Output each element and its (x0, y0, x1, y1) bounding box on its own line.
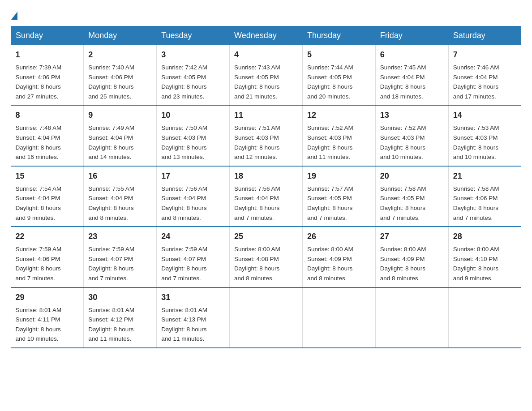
day-info: Sunrise: 7:52 AMSunset: 4:03 PMDaylight:… (307, 124, 353, 160)
day-number: 22 (16, 231, 79, 243)
calendar-day-cell: 20 Sunrise: 7:58 AMSunset: 4:05 PMDaylig… (375, 166, 448, 227)
calendar-day-cell: 24 Sunrise: 7:59 AMSunset: 4:07 PMDaylig… (157, 227, 230, 287)
day-number: 13 (380, 109, 444, 121)
calendar-header: SundayMondayTuesdayWednesdayThursdayFrid… (11, 26, 521, 45)
day-info: Sunrise: 7:58 AMSunset: 4:05 PMDaylight:… (380, 185, 426, 221)
calendar-day-cell: 17 Sunrise: 7:56 AMSunset: 4:04 PMDaylig… (157, 166, 230, 227)
calendar-day-cell: 31 Sunrise: 8:01 AMSunset: 4:13 PMDaylig… (157, 287, 230, 348)
calendar-week-row: 15 Sunrise: 7:54 AMSunset: 4:04 PMDaylig… (11, 166, 521, 227)
calendar-day-cell: 13 Sunrise: 7:52 AMSunset: 4:03 PMDaylig… (375, 105, 448, 166)
day-info: Sunrise: 7:50 AMSunset: 4:03 PMDaylight:… (161, 124, 207, 160)
day-number: 19 (307, 170, 371, 182)
day-number: 31 (161, 291, 225, 304)
day-number: 9 (88, 109, 152, 121)
day-number: 28 (453, 231, 517, 243)
calendar-week-row: 1 Sunrise: 7:39 AMSunset: 4:06 PMDayligh… (11, 45, 521, 106)
weekday-header-sunday: Sunday (11, 26, 84, 45)
calendar-day-cell: 26 Sunrise: 8:00 AMSunset: 4:09 PMDaylig… (302, 227, 375, 287)
calendar-day-cell (230, 287, 303, 348)
day-info: Sunrise: 7:59 AMSunset: 4:07 PMDaylight:… (161, 246, 207, 282)
calendar-day-cell: 9 Sunrise: 7:49 AMSunset: 4:04 PMDayligh… (84, 105, 157, 166)
day-number: 17 (161, 170, 225, 182)
day-info: Sunrise: 8:00 AMSunset: 4:09 PMDaylight:… (380, 246, 426, 282)
day-number: 25 (234, 231, 298, 243)
page-header (11, 11, 521, 19)
day-number: 16 (88, 170, 152, 182)
day-number: 29 (16, 291, 79, 304)
day-info: Sunrise: 7:51 AMSunset: 4:03 PMDaylight:… (234, 124, 280, 160)
day-number: 18 (234, 170, 298, 182)
calendar-day-cell: 10 Sunrise: 7:50 AMSunset: 4:03 PMDaylig… (157, 105, 230, 166)
calendar-day-cell: 6 Sunrise: 7:45 AMSunset: 4:04 PMDayligh… (375, 45, 448, 106)
calendar-day-cell: 21 Sunrise: 7:58 AMSunset: 4:06 PMDaylig… (448, 166, 521, 227)
day-info: Sunrise: 7:57 AMSunset: 4:05 PMDaylight:… (307, 185, 353, 221)
weekday-header-monday: Monday (84, 26, 157, 45)
calendar-body: 1 Sunrise: 7:39 AMSunset: 4:06 PMDayligh… (11, 45, 521, 348)
weekday-header-tuesday: Tuesday (157, 26, 230, 45)
day-info: Sunrise: 7:55 AMSunset: 4:04 PMDaylight:… (88, 185, 134, 221)
day-info: Sunrise: 7:56 AMSunset: 4:04 PMDaylight:… (161, 185, 207, 221)
calendar-day-cell (302, 287, 375, 348)
day-number: 11 (234, 109, 298, 121)
day-info: Sunrise: 7:59 AMSunset: 4:07 PMDaylight:… (88, 246, 134, 282)
calendar-day-cell: 27 Sunrise: 8:00 AMSunset: 4:09 PMDaylig… (375, 227, 448, 287)
calendar-day-cell (375, 287, 448, 348)
weekday-row: SundayMondayTuesdayWednesdayThursdayFrid… (11, 26, 521, 45)
calendar-day-cell: 12 Sunrise: 7:52 AMSunset: 4:03 PMDaylig… (302, 105, 375, 166)
calendar-day-cell: 16 Sunrise: 7:55 AMSunset: 4:04 PMDaylig… (84, 166, 157, 227)
day-number: 14 (453, 109, 517, 121)
day-info: Sunrise: 7:52 AMSunset: 4:03 PMDaylight:… (380, 124, 426, 160)
day-info: Sunrise: 7:54 AMSunset: 4:04 PMDaylight:… (16, 185, 62, 221)
day-info: Sunrise: 7:49 AMSunset: 4:04 PMDaylight:… (88, 124, 134, 160)
weekday-header-wednesday: Wednesday (230, 26, 303, 45)
day-number: 12 (307, 109, 371, 121)
logo-arrow-icon (11, 12, 17, 20)
day-info: Sunrise: 7:42 AMSunset: 4:05 PMDaylight:… (161, 64, 207, 100)
calendar-day-cell: 30 Sunrise: 8:01 AMSunset: 4:12 PMDaylig… (84, 287, 157, 348)
day-info: Sunrise: 7:40 AMSunset: 4:06 PMDaylight:… (88, 64, 134, 100)
day-number: 27 (380, 231, 444, 243)
calendar-day-cell: 25 Sunrise: 8:00 AMSunset: 4:08 PMDaylig… (230, 227, 303, 287)
calendar-day-cell: 19 Sunrise: 7:57 AMSunset: 4:05 PMDaylig… (302, 166, 375, 227)
calendar-day-cell: 11 Sunrise: 7:51 AMSunset: 4:03 PMDaylig… (230, 105, 303, 166)
day-info: Sunrise: 7:53 AMSunset: 4:03 PMDaylight:… (453, 124, 499, 160)
day-number: 21 (453, 170, 517, 182)
calendar-week-row: 22 Sunrise: 7:59 AMSunset: 4:06 PMDaylig… (11, 227, 521, 287)
calendar-day-cell: 22 Sunrise: 7:59 AMSunset: 4:06 PMDaylig… (11, 227, 84, 287)
day-number: 20 (380, 170, 444, 182)
day-number: 5 (307, 49, 371, 61)
day-info: Sunrise: 8:01 AMSunset: 4:11 PMDaylight:… (16, 307, 62, 342)
logo (11, 11, 18, 19)
calendar-day-cell: 4 Sunrise: 7:43 AMSunset: 4:05 PMDayligh… (230, 45, 303, 106)
calendar-week-row: 8 Sunrise: 7:48 AMSunset: 4:04 PMDayligh… (11, 105, 521, 166)
day-number: 24 (161, 231, 225, 243)
calendar-table: SundayMondayTuesdayWednesdayThursdayFrid… (11, 26, 521, 348)
calendar-day-cell: 29 Sunrise: 8:01 AMSunset: 4:11 PMDaylig… (11, 287, 84, 348)
day-number: 3 (161, 49, 225, 61)
day-info: Sunrise: 8:01 AMSunset: 4:13 PMDaylight:… (161, 307, 207, 342)
day-number: 2 (88, 49, 152, 61)
day-info: Sunrise: 7:45 AMSunset: 4:04 PMDaylight:… (380, 64, 426, 100)
day-info: Sunrise: 8:00 AMSunset: 4:10 PMDaylight:… (453, 246, 499, 282)
day-number: 7 (453, 49, 517, 61)
calendar-day-cell: 23 Sunrise: 7:59 AMSunset: 4:07 PMDaylig… (84, 227, 157, 287)
day-info: Sunrise: 7:39 AMSunset: 4:06 PMDaylight:… (16, 64, 62, 100)
calendar-day-cell: 28 Sunrise: 8:00 AMSunset: 4:10 PMDaylig… (448, 227, 521, 287)
calendar-day-cell: 7 Sunrise: 7:46 AMSunset: 4:04 PMDayligh… (448, 45, 521, 106)
day-info: Sunrise: 7:58 AMSunset: 4:06 PMDaylight:… (453, 185, 499, 221)
calendar-day-cell: 8 Sunrise: 7:48 AMSunset: 4:04 PMDayligh… (11, 105, 84, 166)
calendar-day-cell: 14 Sunrise: 7:53 AMSunset: 4:03 PMDaylig… (448, 105, 521, 166)
calendar-day-cell: 18 Sunrise: 7:56 AMSunset: 4:04 PMDaylig… (230, 166, 303, 227)
day-number: 23 (88, 231, 152, 243)
calendar-day-cell: 15 Sunrise: 7:54 AMSunset: 4:04 PMDaylig… (11, 166, 84, 227)
calendar-week-row: 29 Sunrise: 8:01 AMSunset: 4:11 PMDaylig… (11, 287, 521, 348)
day-info: Sunrise: 8:00 AMSunset: 4:08 PMDaylight:… (234, 246, 280, 282)
day-info: Sunrise: 7:48 AMSunset: 4:04 PMDaylight:… (16, 124, 62, 160)
day-info: Sunrise: 8:01 AMSunset: 4:12 PMDaylight:… (88, 307, 134, 342)
day-number: 4 (234, 49, 298, 61)
day-number: 8 (16, 109, 79, 121)
day-info: Sunrise: 7:59 AMSunset: 4:06 PMDaylight:… (16, 246, 62, 282)
calendar-day-cell: 1 Sunrise: 7:39 AMSunset: 4:06 PMDayligh… (11, 45, 84, 106)
day-number: 15 (16, 170, 79, 182)
day-info: Sunrise: 7:56 AMSunset: 4:04 PMDaylight:… (234, 185, 280, 221)
